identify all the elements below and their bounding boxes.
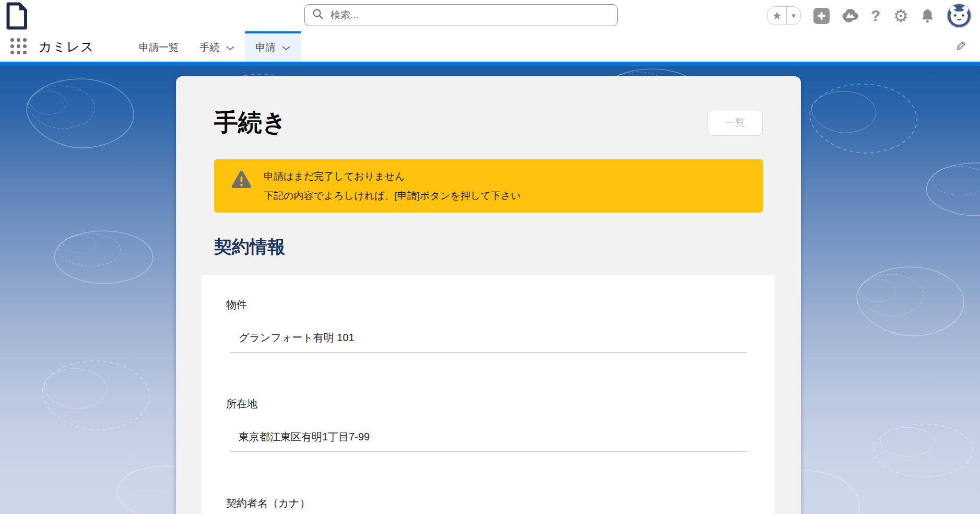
tab-tetsuzuki[interactable]: 手続 xyxy=(189,31,245,62)
search-input[interactable] xyxy=(329,9,610,21)
app-logo-icon xyxy=(5,2,28,30)
search-icon xyxy=(312,8,324,22)
procedure-page-card: 手続き 一覧 申請はまだ完了しておりません 下記の内容でよろしければ、[申請]ボ… xyxy=(176,76,801,514)
warning-text: 申請はまだ完了しておりません 下記の内容でよろしければ、[申請]ボタンを押して下… xyxy=(264,167,521,205)
gear-icon[interactable]: ⚙ xyxy=(893,7,908,25)
nav-tabs: 申請一覧 手続 申請 xyxy=(128,31,301,62)
content-stage: 手続き 一覧 申請はまだ完了しておりません 下記の内容でよろしければ、[申請]ボ… xyxy=(0,66,980,514)
app-navbar: カミレス 申請一覧 手続 申請 ✎ xyxy=(0,31,980,62)
favorites-caret-down-icon[interactable]: ▾ xyxy=(786,7,800,25)
chevron-down-icon xyxy=(226,42,234,53)
question-icon[interactable]: ? xyxy=(871,8,880,24)
page-header-row: 手続き 一覧 xyxy=(214,110,763,136)
bell-icon[interactable] xyxy=(921,8,934,23)
global-actions-plus-icon[interactable] xyxy=(813,8,830,24)
field-label: 物件 xyxy=(226,298,747,311)
warning-line-2: 下記の内容でよろしければ、[申請]ボタンを押して下さい xyxy=(264,186,521,205)
page-title: 手続き xyxy=(214,110,287,135)
list-button[interactable]: 一覧 xyxy=(707,110,763,136)
app-name: カミレス xyxy=(39,38,94,55)
brand-accent-strip xyxy=(0,62,980,66)
field-value: グランフォート有明 101 xyxy=(230,331,747,353)
field-keiyakusha-kana: 契約者名（カナ） xyxy=(226,497,747,514)
tab-label: 申請一覧 xyxy=(139,41,179,54)
field-value: 東京都江東区有明1丁目7-99 xyxy=(230,430,747,452)
field-shozaichi: 所在地 東京都江東区有明1丁目7-99 xyxy=(226,398,747,452)
warning-line-1: 申請はまだ完了しておりません xyxy=(264,167,521,186)
field-label: 契約者名（カナ） xyxy=(226,497,747,509)
warning-banner: 申請はまだ完了しておりません 下記の内容でよろしければ、[申請]ボタンを押して下… xyxy=(214,159,763,213)
tab-shinsei-active[interactable]: 申請 xyxy=(245,31,301,62)
trailhead-icon[interactable] xyxy=(842,8,858,23)
favorites-button-group: ★ ▾ xyxy=(767,6,801,25)
tab-shinsei-ichiran[interactable]: 申請一覧 xyxy=(128,31,189,62)
global-header: ★ ▾ ? ⚙ xyxy=(0,0,980,31)
field-label: 所在地 xyxy=(226,398,747,410)
field-bukken: 物件 グランフォート有明 101 xyxy=(226,298,747,353)
star-icon[interactable]: ★ xyxy=(768,7,786,25)
global-search[interactable] xyxy=(304,4,618,26)
section-heading-contract-info: 契約情報 xyxy=(214,235,763,259)
app-launcher-waffle-icon[interactable] xyxy=(10,38,27,55)
chevron-down-icon xyxy=(282,42,290,53)
warning-triangle-icon xyxy=(231,170,252,191)
avatar[interactable] xyxy=(947,3,972,28)
tab-label: 申請 xyxy=(255,41,275,54)
edit-pencil-icon[interactable]: ✎ xyxy=(952,31,970,62)
tab-label: 手続 xyxy=(199,41,219,54)
header-actions: ★ ▾ ? ⚙ xyxy=(767,0,972,31)
contract-info-card: 物件 グランフォート有明 101 所在地 東京都江東区有明1丁目7-99 契約者… xyxy=(201,275,775,514)
